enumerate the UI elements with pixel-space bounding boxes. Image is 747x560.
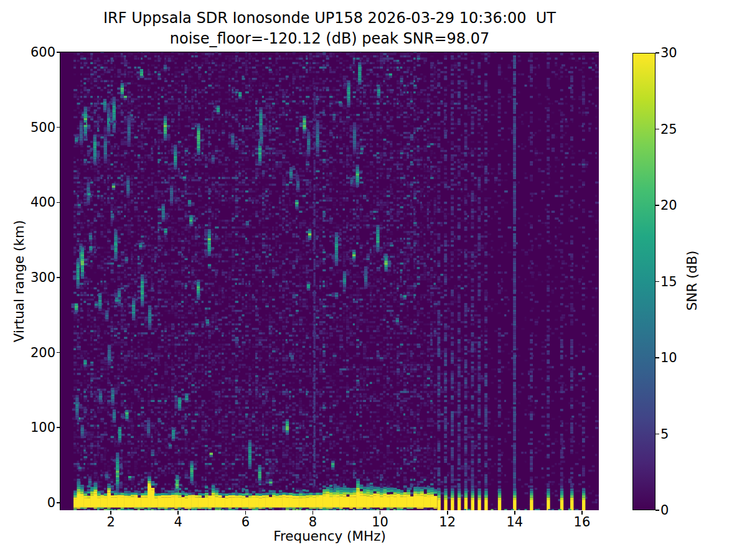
y-tick (57, 127, 60, 128)
chart-title-line1: IRF Uppsala SDR Ionosonde UP158 2026-03-… (60, 8, 599, 29)
colorbar-tick-label: 0 (660, 502, 698, 518)
colorbar-tick (655, 129, 659, 130)
x-tick-label: 12 (429, 514, 466, 530)
chart-title: IRF Uppsala SDR Ionosonde UP158 2026-03-… (60, 8, 599, 49)
colorbar-tick-label: 30 (660, 45, 698, 61)
y-tick-label: 400 (18, 194, 55, 210)
x-tick-label: 16 (563, 514, 601, 530)
y-tick (57, 427, 60, 428)
y-tick-label: 200 (18, 345, 55, 361)
x-tick-label: 14 (496, 514, 533, 530)
x-axis-label: Frequency (MHz) (60, 528, 599, 544)
colorbar (632, 53, 655, 510)
y-tick (57, 277, 60, 278)
x-tick-label: 8 (294, 514, 331, 530)
colorbar-tick (655, 357, 659, 358)
colorbar-tick (655, 52, 659, 54)
colorbar-tick-label: 5 (660, 426, 698, 442)
y-tick-label: 300 (18, 269, 55, 286)
colorbar-tick-label: 10 (660, 350, 698, 366)
y-tick (57, 202, 60, 203)
heatmap-canvas (60, 52, 599, 510)
y-tick-label: 100 (18, 419, 55, 436)
y-tick (57, 352, 60, 353)
x-tick-label: 2 (92, 514, 129, 530)
x-tick-label: 4 (159, 514, 197, 530)
colorbar-tick (655, 205, 659, 206)
colorbar-tick-label: 15 (660, 274, 698, 290)
ionogram-figure: IRF Uppsala SDR Ionosonde UP158 2026-03-… (0, 0, 747, 560)
colorbar-tick (655, 434, 659, 435)
x-tick-label: 6 (227, 514, 264, 530)
colorbar-tick-label: 25 (660, 121, 698, 138)
y-tick (57, 502, 60, 503)
y-tick-label: 500 (18, 119, 55, 136)
y-tick (57, 52, 60, 53)
y-tick-label: 0 (18, 495, 55, 511)
chart-title-line2: noise_floor=-120.12 (dB) peak SNR=98.07 (60, 29, 599, 49)
y-tick-label: 600 (18, 44, 55, 60)
x-tick-label: 10 (362, 514, 399, 530)
colorbar-tick (655, 510, 659, 511)
colorbar-tick-label: 20 (660, 197, 698, 213)
colorbar-tick (655, 281, 659, 282)
